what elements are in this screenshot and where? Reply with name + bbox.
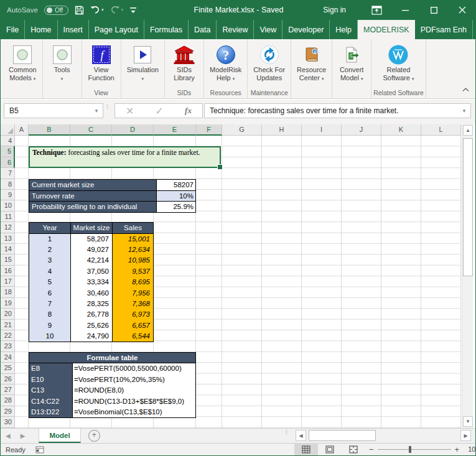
- row-header-7[interactable]: 7: [1, 168, 15, 179]
- year-table-cell[interactable]: 8: [29, 309, 70, 320]
- modelrisk-help-button[interactable]: ?ModelRiskHelp ▾: [206, 42, 245, 84]
- input-label-cell[interactable]: Current market size: [29, 180, 156, 190]
- formula-input[interactable]: Technique: forecasting sales over time f…: [204, 103, 471, 118]
- formula-ref-cell[interactable]: C14:C22: [29, 396, 72, 407]
- insert-function-icon[interactable]: fx: [185, 106, 192, 116]
- row-header-20[interactable]: 20: [1, 309, 15, 319]
- vertical-scrollbar-thumb[interactable]: [463, 138, 473, 276]
- formulae-table-title[interactable]: Formulae table: [29, 353, 195, 363]
- formula-ref-cell[interactable]: E10: [29, 375, 72, 385]
- row-header-21[interactable]: 21: [1, 320, 15, 330]
- name-box-dropdown-caret[interactable]: ▼: [94, 108, 99, 114]
- year-table-cell[interactable]: 8,695: [112, 277, 153, 287]
- zoom-slider-thumb[interactable]: [409, 446, 411, 453]
- column-header-c[interactable]: C: [70, 124, 112, 136]
- ribbon-tab-review[interactable]: Review: [217, 20, 254, 39]
- ribbon-display-options-button[interactable]: [362, 0, 391, 20]
- sheet-nav-right-icon[interactable]: ▶: [16, 432, 30, 439]
- selection-fill-handle[interactable]: [217, 164, 223, 170]
- row-header-5[interactable]: 5: [1, 146, 15, 157]
- formula-text-cell[interactable]: =VosePERT(50000,55000,60000): [72, 363, 195, 374]
- scroll-up-button[interactable]: ▲: [463, 125, 473, 136]
- redo-button[interactable]: ▾: [110, 6, 124, 14]
- page-layout-view-button[interactable]: [318, 443, 342, 455]
- formula-text-cell[interactable]: =VosePERT(10%,20%,35%): [72, 375, 195, 385]
- sids-library-button[interactable]: SIDsLibrary: [167, 42, 202, 83]
- inputs-table[interactable]: Current market size58207Turnover rate10%…: [29, 179, 196, 213]
- row-header-19[interactable]: 19: [1, 298, 15, 309]
- year-table-header-cell[interactable]: Market size: [70, 223, 112, 233]
- year-table-cell[interactable]: 30,460: [70, 288, 112, 299]
- year-table-cell[interactable]: 1: [29, 234, 70, 244]
- formula-text-cell[interactable]: =VoseBinomial(C13,$E$10): [72, 407, 195, 417]
- resource-center-button[interactable]: iResourceCenter ▾: [293, 42, 330, 84]
- year-table-cell[interactable]: 6: [29, 288, 70, 299]
- year-table-cell[interactable]: 4: [29, 266, 70, 277]
- year-table-cell[interactable]: 6,973: [112, 309, 153, 320]
- year-table-cell[interactable]: 58,207: [70, 234, 112, 244]
- zoom-in-button[interactable]: +: [451, 445, 464, 454]
- vertical-scrollbar[interactable]: ▲ ▼: [462, 124, 473, 428]
- year-table-cell[interactable]: 9: [29, 320, 70, 331]
- ribbon-tab-data[interactable]: Data: [189, 20, 217, 39]
- ribbon-tab-pdfsam-enh[interactable]: PDFsam Enh: [415, 20, 473, 39]
- row-header-16[interactable]: 16: [1, 266, 15, 276]
- scroll-right-button[interactable]: ▶: [460, 430, 471, 441]
- maximize-button[interactable]: [419, 0, 448, 20]
- confirm-entry-icon[interactable]: ✓: [156, 105, 164, 117]
- ribbon-tab-help[interactable]: Help: [330, 20, 358, 39]
- ribbon-tab-page-layout[interactable]: Page Layout: [89, 20, 144, 39]
- ribbon-tab-modelrisk[interactable]: MODELRISK: [358, 20, 415, 39]
- row-header-10[interactable]: 10: [1, 200, 15, 211]
- column-header-f[interactable]: F: [196, 124, 222, 136]
- formula-text-cell[interactable]: =ROUND(C13-D13+$E$8*$E$9,0): [72, 396, 195, 407]
- row-header-17[interactable]: 17: [1, 276, 15, 287]
- scroll-down-button[interactable]: ▼: [463, 416, 473, 427]
- column-header-d[interactable]: D: [112, 124, 154, 136]
- row-header-28[interactable]: 28: [1, 395, 15, 406]
- tools-button[interactable]: Tools▾: [45, 42, 80, 84]
- row-header-8[interactable]: 8: [1, 179, 15, 190]
- input-value-cell[interactable]: 58207: [156, 180, 195, 190]
- formula-ref-cell[interactable]: C13: [29, 385, 72, 396]
- year-table-cell[interactable]: 25,626: [70, 320, 112, 331]
- sign-in-button[interactable]: Sign in: [323, 6, 346, 14]
- sheet-nav-left-icon[interactable]: ◀: [1, 432, 16, 439]
- undo-dropdown-caret[interactable]: ▾: [101, 7, 104, 12]
- horizontal-scrollbar-thumb[interactable]: [309, 430, 376, 441]
- page-break-view-button[interactable]: [342, 443, 365, 455]
- ribbon-tab-developer[interactable]: Developer: [282, 20, 330, 39]
- row-header-23[interactable]: 23: [1, 341, 15, 351]
- sheet-tab-model[interactable]: Model: [39, 429, 80, 443]
- ribbon-tab-file[interactable]: File: [1, 20, 25, 39]
- year-table-cell[interactable]: 10,985: [112, 255, 153, 266]
- formula-bar-splitter[interactable]: ⦙: [106, 105, 108, 109]
- column-header-i[interactable]: I: [302, 124, 342, 136]
- year-table-cell[interactable]: 6,657: [112, 320, 153, 331]
- ribbon-tab-insert[interactable]: Insert: [58, 20, 89, 39]
- scroll-left-button[interactable]: ◀: [296, 430, 306, 441]
- tell-me-button[interactable]: Tell me: [473, 20, 476, 39]
- ribbon-tab-view[interactable]: View: [254, 20, 282, 39]
- formula-ref-cell[interactable]: D13:D22: [29, 407, 72, 417]
- ribbon-tab-home[interactable]: Home: [25, 20, 57, 39]
- column-header-j[interactable]: J: [342, 124, 381, 136]
- year-table-cell[interactable]: 49,027: [70, 244, 112, 255]
- technique-text-box[interactable]: Technique: forecasting sales over time f…: [29, 146, 221, 168]
- year-table-cell[interactable]: 42,214: [70, 255, 112, 266]
- column-header-g[interactable]: G: [222, 124, 262, 136]
- year-table-cell[interactable]: 33,334: [70, 277, 112, 287]
- row-header-29[interactable]: 29: [1, 406, 15, 417]
- year-sales-table[interactable]: YearMarket sizeSales158,20715,001249,027…: [29, 222, 154, 342]
- row-header-13[interactable]: 13: [1, 233, 15, 244]
- column-header-e[interactable]: E: [154, 124, 196, 136]
- undo-button[interactable]: ▾: [90, 6, 104, 14]
- row-header-30[interactable]: 30: [1, 417, 15, 427]
- column-header-h[interactable]: H: [262, 124, 302, 136]
- input-value-cell[interactable]: 10%: [156, 191, 195, 201]
- year-table-cell[interactable]: 12,634: [112, 244, 153, 255]
- year-table-cell[interactable]: 37,050: [70, 266, 112, 277]
- view-function-button[interactable]: fViewFunction: [84, 42, 119, 83]
- row-header-4[interactable]: 4: [1, 136, 15, 146]
- macro-record-button[interactable]: [35, 446, 44, 454]
